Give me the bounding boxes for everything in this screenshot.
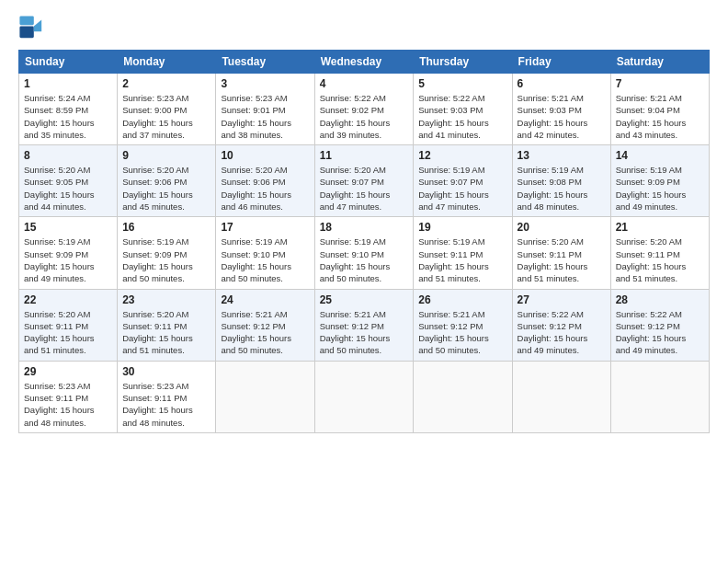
calendar-cell: 14Sunrise: 5:19 AM Sunset: 9:09 PM Dayli… [610,145,709,217]
day-number: 27 [518,293,606,306]
day-info: Sunrise: 5:20 AM Sunset: 9:11 PM Dayligh… [518,236,606,284]
day-info: Sunrise: 5:22 AM Sunset: 9:12 PM Dayligh… [616,308,704,357]
header [18,15,710,40]
day-info: Sunrise: 5:23 AM Sunset: 9:11 PM Dayligh… [24,380,112,429]
calendar-cell: 6Sunrise: 5:21 AM Sunset: 9:03 PM Daylig… [512,74,610,145]
day-info: Sunrise: 5:21 AM Sunset: 9:12 PM Dayligh… [418,308,506,357]
day-info: Sunrise: 5:23 AM Sunset: 9:00 PM Dayligh… [122,92,210,141]
calendar-cell: 29Sunrise: 5:23 AM Sunset: 9:11 PM Dayli… [19,361,118,432]
day-number: 14 [616,149,704,162]
calendar-week-row: 22Sunrise: 5:20 AM Sunset: 9:11 PM Dayli… [19,289,710,361]
day-number: 16 [122,221,210,234]
calendar-cell: 4Sunrise: 5:22 AM Sunset: 9:02 PM Daylig… [314,74,414,145]
calendar-week-row: 15Sunrise: 5:19 AM Sunset: 9:09 PM Dayli… [19,217,710,289]
day-number: 5 [418,77,506,90]
day-info: Sunrise: 5:20 AM Sunset: 9:06 PM Dayligh… [122,164,210,213]
calendar-table: SundayMondayTuesdayWednesdayThursdayFrid… [18,50,710,433]
calendar-header-row: SundayMondayTuesdayWednesdayThursdayFrid… [19,51,710,74]
calendar-cell: 25Sunrise: 5:21 AM Sunset: 9:12 PM Dayli… [314,289,414,361]
day-number: 15 [24,221,112,234]
logo-icon [18,15,44,40]
calendar-cell: 17Sunrise: 5:19 AM Sunset: 9:10 PM Dayli… [216,217,314,289]
day-number: 19 [418,221,506,234]
day-info: Sunrise: 5:20 AM Sunset: 9:11 PM Dayligh… [24,308,112,357]
day-number: 20 [518,221,606,234]
calendar-cell: 12Sunrise: 5:19 AM Sunset: 9:07 PM Dayli… [414,145,512,217]
page: SundayMondayTuesdayWednesdayThursdayFrid… [0,0,728,563]
day-info: Sunrise: 5:19 AM Sunset: 9:09 PM Dayligh… [616,164,704,213]
day-info: Sunrise: 5:23 AM Sunset: 9:11 PM Dayligh… [122,380,210,429]
calendar-cell: 2Sunrise: 5:23 AM Sunset: 9:00 PM Daylig… [118,74,216,145]
day-number: 9 [122,149,210,162]
calendar-cell: 18Sunrise: 5:19 AM Sunset: 9:10 PM Dayli… [314,217,414,289]
day-number: 22 [24,293,112,306]
day-number: 10 [221,149,309,162]
day-number: 11 [320,149,409,162]
calendar-cell: 8Sunrise: 5:20 AM Sunset: 9:05 PM Daylig… [19,145,118,217]
day-info: Sunrise: 5:19 AM Sunset: 9:09 PM Dayligh… [122,236,210,284]
svg-marker-1 [34,20,41,32]
calendar-cell: 5Sunrise: 5:22 AM Sunset: 9:03 PM Daylig… [414,74,512,145]
calendar-week-row: 1Sunrise: 5:24 AM Sunset: 8:59 PM Daylig… [19,74,710,145]
day-number: 1 [24,77,112,90]
day-number: 25 [320,293,409,306]
day-number: 26 [418,293,506,306]
calendar-cell: 27Sunrise: 5:22 AM Sunset: 9:12 PM Dayli… [512,289,610,361]
calendar-cell: 26Sunrise: 5:21 AM Sunset: 9:12 PM Dayli… [414,289,512,361]
day-info: Sunrise: 5:19 AM Sunset: 9:08 PM Dayligh… [518,164,606,213]
calendar-cell: 11Sunrise: 5:20 AM Sunset: 9:07 PM Dayli… [314,145,414,217]
calendar-cell: 20Sunrise: 5:20 AM Sunset: 9:11 PM Dayli… [512,217,610,289]
day-number: 4 [320,77,409,90]
calendar-cell: 24Sunrise: 5:21 AM Sunset: 9:12 PM Dayli… [216,289,314,361]
day-info: Sunrise: 5:19 AM Sunset: 9:07 PM Dayligh… [418,164,506,213]
day-info: Sunrise: 5:21 AM Sunset: 9:12 PM Dayligh… [320,308,409,357]
calendar-cell [414,361,512,432]
day-header-monday: Monday [118,51,216,74]
calendar-cell [216,361,314,432]
day-info: Sunrise: 5:20 AM Sunset: 9:05 PM Dayligh… [24,164,112,213]
day-info: Sunrise: 5:19 AM Sunset: 9:11 PM Dayligh… [418,236,506,284]
day-number: 13 [518,149,606,162]
day-info: Sunrise: 5:20 AM Sunset: 9:07 PM Dayligh… [320,164,409,213]
day-info: Sunrise: 5:20 AM Sunset: 9:11 PM Dayligh… [616,236,704,284]
day-number: 28 [616,293,704,306]
day-info: Sunrise: 5:23 AM Sunset: 9:01 PM Dayligh… [221,92,309,141]
calendar-cell: 9Sunrise: 5:20 AM Sunset: 9:06 PM Daylig… [118,145,216,217]
calendar-cell: 19Sunrise: 5:19 AM Sunset: 9:11 PM Dayli… [414,217,512,289]
day-info: Sunrise: 5:21 AM Sunset: 9:03 PM Dayligh… [518,92,606,141]
calendar-cell: 3Sunrise: 5:23 AM Sunset: 9:01 PM Daylig… [216,74,314,145]
day-header-saturday: Saturday [610,51,709,74]
day-number: 18 [320,221,409,234]
day-header-sunday: Sunday [19,51,118,74]
day-info: Sunrise: 5:22 AM Sunset: 9:12 PM Dayligh… [518,308,606,357]
day-number: 23 [122,293,210,306]
calendar-cell: 10Sunrise: 5:20 AM Sunset: 9:06 PM Dayli… [216,145,314,217]
day-number: 29 [24,365,112,378]
day-info: Sunrise: 5:22 AM Sunset: 9:03 PM Dayligh… [418,92,506,141]
calendar-body: 1Sunrise: 5:24 AM Sunset: 8:59 PM Daylig… [19,74,710,433]
calendar-cell [512,361,610,432]
day-info: Sunrise: 5:19 AM Sunset: 9:10 PM Dayligh… [221,236,309,284]
day-info: Sunrise: 5:20 AM Sunset: 9:06 PM Dayligh… [221,164,309,213]
day-header-wednesday: Wednesday [314,51,414,74]
day-number: 2 [122,77,210,90]
calendar-week-row: 8Sunrise: 5:20 AM Sunset: 9:05 PM Daylig… [19,145,710,217]
day-number: 6 [518,77,606,90]
calendar-cell: 23Sunrise: 5:20 AM Sunset: 9:11 PM Dayli… [118,289,216,361]
day-info: Sunrise: 5:19 AM Sunset: 9:10 PM Dayligh… [320,236,409,284]
day-number: 24 [221,293,309,306]
calendar-cell: 1Sunrise: 5:24 AM Sunset: 8:59 PM Daylig… [19,74,118,145]
day-info: Sunrise: 5:22 AM Sunset: 9:02 PM Dayligh… [320,92,409,141]
day-number: 3 [221,77,309,90]
day-header-friday: Friday [512,51,610,74]
calendar-cell: 13Sunrise: 5:19 AM Sunset: 9:08 PM Dayli… [512,145,610,217]
calendar-cell: 15Sunrise: 5:19 AM Sunset: 9:09 PM Dayli… [19,217,118,289]
calendar-cell: 22Sunrise: 5:20 AM Sunset: 9:11 PM Dayli… [19,289,118,361]
day-info: Sunrise: 5:19 AM Sunset: 9:09 PM Dayligh… [24,236,112,284]
calendar-cell: 16Sunrise: 5:19 AM Sunset: 9:09 PM Dayli… [118,217,216,289]
logo [18,15,46,40]
day-number: 21 [616,221,704,234]
day-info: Sunrise: 5:21 AM Sunset: 9:12 PM Dayligh… [221,308,309,357]
day-info: Sunrise: 5:20 AM Sunset: 9:11 PM Dayligh… [122,308,210,357]
day-number: 7 [616,77,704,90]
